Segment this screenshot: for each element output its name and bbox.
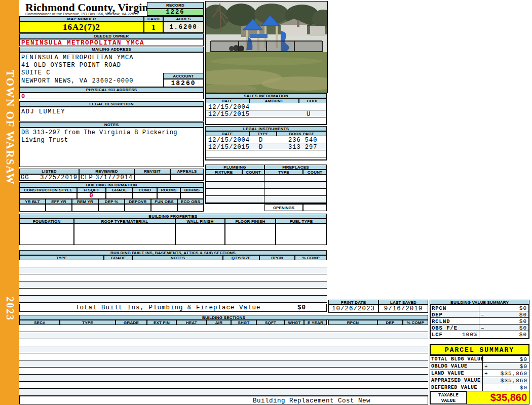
instr-col-date: DATE — [205, 131, 249, 136]
builtins-col-notes: NOTES — [133, 255, 223, 260]
col-fuel-type: FUEL TYPE — [276, 219, 327, 224]
account-value: 18260 — [163, 79, 204, 87]
listed-label: LISTED — [19, 169, 79, 174]
address-line: PENINSULA METROPOLITAN YMCA — [21, 54, 133, 61]
revisit-value — [134, 174, 170, 181]
col-bdrms: BDRMS — [180, 187, 204, 192]
print-date-label: PRINT DATE — [328, 300, 378, 305]
sales-col-date: DATE — [205, 98, 249, 103]
empty-table-row — [19, 325, 428, 332]
sec-col-sqft: SQFT — [256, 320, 285, 325]
sales-row: 12/15/2015 U — [206, 110, 326, 117]
builtins-col-grade: GRADE — [104, 255, 133, 260]
address-line: NEWPORT NEWS, VA 23602-0000 — [21, 77, 133, 85]
last-saved-label: LAST SAVED — [378, 300, 428, 305]
legal-instruments-title: LEGAL INSTRUMENTS — [205, 126, 327, 131]
sec-col-eyear: E YEAR — [304, 320, 327, 325]
empty-table-row — [19, 353, 428, 360]
yr-blt-value — [19, 204, 46, 212]
sec-col-extfin: EXT FIN — [147, 320, 176, 325]
plumbing-col-fixture: FIXTURE — [205, 170, 242, 175]
col-foundation: FOUNDATION — [19, 219, 74, 224]
sec-col-grade: GRADE — [116, 320, 147, 325]
sec-col-sec: SEC# — [19, 320, 60, 325]
plumbing-title: PLUMBING — [205, 165, 264, 170]
col-floor-finish: FLOOR FINISH — [225, 219, 276, 224]
col-fun-obs: FUN OBS — [151, 199, 177, 204]
empty-table-row — [19, 346, 428, 353]
building-properties-title: BUILDING PROPERTIES — [19, 214, 327, 219]
builtins-col-qty: QTY/SIZE — [223, 255, 259, 260]
revisit-label: REVISIT — [134, 169, 170, 174]
builtins-rows — [19, 260, 327, 303]
mailing-address-label: MAILING ADDRESS — [19, 47, 204, 52]
parcel-row: DEFERRED VALUE – $0 — [430, 384, 529, 391]
construction-style-value — [19, 192, 77, 199]
parcel-row: LAND VALUE + $35,860 — [430, 370, 529, 377]
col-rem-yr: REM YR — [72, 199, 98, 204]
h-sqft-value: 0 — [77, 192, 106, 199]
col-eco-obs: ECO OBS — [177, 199, 204, 204]
print-date-value: 10/26/2023 — [328, 305, 378, 313]
parcel-row: TOTAL BLDG VALUE $0 — [430, 356, 529, 363]
taxable-value-row: TAXABLE VALUE $35,860 — [430, 391, 529, 404]
empty-table-row — [19, 296, 327, 303]
empty-table-row — [19, 274, 327, 281]
builtins-col-type: TYPE — [19, 255, 104, 260]
wall-finish-box — [175, 224, 225, 245]
sec-col-whgt: WHGT — [285, 320, 304, 325]
sec-col-comp: % COMP — [403, 320, 428, 325]
bvs-row: LCF 100% $0 — [431, 331, 528, 338]
empty-table-row — [19, 375, 428, 382]
col-wall-finish: WALL FINISH — [175, 219, 225, 224]
sales-col-amount: AMOUNT — [249, 98, 299, 103]
built-ins-title: BUILDING BUILT INS, BASEMENTS, ATTICS & … — [19, 250, 327, 255]
parcel-summary-title: PARCEL SUMMARY — [430, 344, 529, 355]
empty-table-row — [19, 339, 428, 346]
sales-information-title: SALES INFORMATION — [205, 93, 327, 98]
eff-yr-value — [46, 204, 72, 212]
fireplaces-col-type: TYPE — [264, 170, 303, 175]
empty-table-row — [206, 196, 264, 203]
col-eff-yr: EFF YR — [46, 199, 72, 204]
acres-label: ACRES — [163, 16, 204, 22]
record-value: 1226 — [147, 9, 204, 16]
property-record-card: TOWN OF WARSAW 2023 Richmond County, Vir… — [0, 0, 532, 405]
dep-pct-value — [98, 204, 125, 212]
empty-table-row — [264, 196, 326, 203]
parcel-summary-rows: TOTAL BLDG VALUE $0 OBLDG VALUE + $0 LAN… — [430, 355, 529, 391]
map-number-value: 16A2(7)2 — [19, 22, 144, 33]
instrument-row — [206, 150, 326, 157]
empty-table-row — [206, 189, 264, 196]
empty-table-row — [264, 182, 326, 189]
plumbing-col-count: COUNT — [242, 170, 264, 175]
fireplaces-rows — [264, 175, 326, 203]
building-sections-footer-row: Building Replacement Cost New — [19, 396, 428, 404]
cond-value — [133, 192, 157, 199]
sec-col-shgt: SHGT — [231, 320, 256, 325]
appeals-label: APPEALS — [170, 169, 204, 174]
building-information-title: BUILDING INFORMATION — [19, 182, 204, 187]
rem-yr-value — [72, 204, 98, 212]
sec-col-rpcn: RPCN — [328, 320, 377, 325]
legal-description-label: LEGAL DESCRIPTION — [19, 101, 204, 107]
physical-911-label: PHYSICAL 911 ADDRESS — [19, 87, 204, 93]
empty-table-row — [264, 175, 326, 182]
empty-table-row — [19, 260, 327, 267]
eco-obs-value — [177, 204, 204, 212]
bvs-row: RPCN $0 — [431, 305, 528, 311]
fuel-type-box — [276, 224, 327, 245]
col-h-sqft: H SQFT — [77, 187, 106, 192]
fun-obs-value — [151, 204, 177, 212]
instrument-row: 12/15/2004 D 236 540 — [206, 136, 326, 143]
col-depovr: DEPOVR — [125, 199, 151, 204]
empty-table-row — [19, 267, 327, 274]
deeded-owner-label: DEEDED OWNER — [19, 33, 204, 39]
notes-label: NOTES — [19, 122, 204, 128]
empty-table-row — [19, 332, 428, 339]
sales-row: 12/15/2004 — [206, 103, 326, 110]
empty-table-row — [206, 182, 264, 189]
col-roof-type: ROOF TYPE/MATERIAL — [74, 219, 175, 224]
appeals-value — [170, 174, 204, 181]
sec-col-dep: DEP — [377, 320, 403, 325]
